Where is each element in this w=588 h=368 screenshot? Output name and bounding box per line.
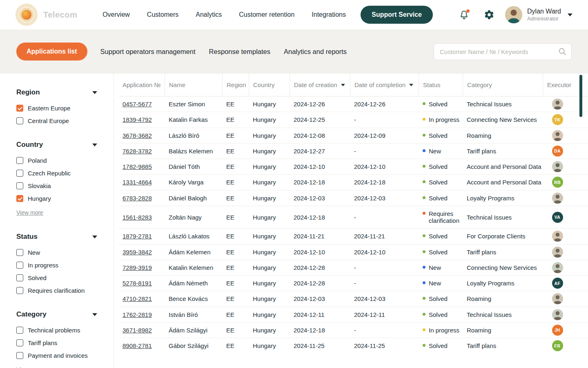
filter-option-label: Technical problems xyxy=(28,327,80,334)
filter-group-region: Region Eastern Europe Central Europe xyxy=(16,88,97,124)
application-link[interactable]: 3959-3842 xyxy=(122,249,152,256)
customer-name-cell: László Bíró xyxy=(165,132,222,139)
application-link[interactable]: 1879-2781 xyxy=(122,233,152,240)
creation-date-cell: 2024-12-18 xyxy=(290,214,350,221)
user-name: Dylan Ward xyxy=(527,7,561,16)
brand-logo[interactable]: Telecom xyxy=(16,4,77,26)
table-row: 4710-2821 Bence Kovács EE Hungary 2024-1… xyxy=(118,291,588,307)
sort-arrow-icon[interactable] xyxy=(409,84,413,86)
application-link[interactable]: 3671-8982 xyxy=(122,327,152,334)
secondary-navigation: Applications list Support operators mana… xyxy=(0,29,588,74)
executor-avatar xyxy=(552,293,563,304)
application-link[interactable]: 4710-2821 xyxy=(122,295,152,302)
tab-analytics-and-reports[interactable]: Analytics and reports xyxy=(284,48,347,56)
nav-item-overview[interactable]: Overview xyxy=(102,11,130,18)
user-meta: Dylan Ward Administrator xyxy=(527,7,561,22)
table-row: 1879-2781 László Lakatos EE Hungary 2024… xyxy=(118,229,588,244)
nav-item-customers[interactable]: Customers xyxy=(147,11,178,18)
search-input[interactable] xyxy=(434,43,572,60)
status-dot-icon xyxy=(423,313,425,316)
filter-option-poland[interactable]: Poland xyxy=(16,157,97,164)
filter-option-in-progress[interactable]: In progress xyxy=(16,262,97,269)
executor-cell: TK xyxy=(543,114,572,125)
status-cell: Solved xyxy=(419,191,463,206)
applications-table: Application №NameRegionCountryDate of cr… xyxy=(114,74,588,353)
application-link[interactable]: 1782-9885 xyxy=(122,163,152,170)
column-header-date-of-creation[interactable]: Date of creation xyxy=(290,74,350,96)
country-cell: Hungary xyxy=(249,249,290,256)
executor-avatar xyxy=(552,309,563,320)
status-dot-icon xyxy=(423,250,425,253)
filter-option-requires-clarification[interactable]: Requires clarification xyxy=(16,287,97,294)
filter-option-eastern-europe[interactable]: Eastern Europe xyxy=(16,105,97,112)
application-number-cell: 1762-2819 xyxy=(118,311,165,318)
application-link[interactable]: 1331-4664 xyxy=(122,179,152,186)
status-dot-icon xyxy=(423,328,425,331)
executor-cell xyxy=(543,262,572,273)
status-label: New xyxy=(429,280,441,287)
executor-cell xyxy=(543,193,572,204)
sort-arrow-icon[interactable] xyxy=(341,84,345,86)
application-number-cell: 3959-3842 xyxy=(118,249,165,256)
application-link[interactable]: 1762-2819 xyxy=(122,311,152,318)
filter-option-slovakia[interactable]: Slovakia xyxy=(16,182,97,189)
country-cell: Hungary xyxy=(249,116,290,123)
filter-option-new[interactable]: New xyxy=(16,249,97,256)
scrollbar-thumb[interactable] xyxy=(579,75,582,117)
filter-option-central-europe[interactable]: Central Europe xyxy=(16,117,97,124)
customer-name-cell: Katalin Kelemen xyxy=(165,264,222,271)
filter-option-tariff-plans[interactable]: Tariff plans xyxy=(16,339,97,346)
application-number-cell: 1839-4792 xyxy=(118,116,165,123)
filter-group-header[interactable]: Region xyxy=(16,88,97,96)
tab-applications-list[interactable]: Applications list xyxy=(16,43,87,61)
application-number-cell: 7628-3782 xyxy=(118,148,165,155)
application-link[interactable]: 1839-4792 xyxy=(122,116,152,123)
filter-option-solved[interactable]: Solved xyxy=(16,274,97,281)
view-more-link[interactable]: View more xyxy=(16,209,43,216)
column-header-executor: Executor xyxy=(543,74,572,96)
executor-avatar xyxy=(552,193,563,204)
settings-gear-icon[interactable] xyxy=(484,9,494,20)
filter-option-hungary[interactable]: Hungary xyxy=(16,195,97,202)
tab-support-operators-management[interactable]: Support operators management xyxy=(100,48,196,56)
application-link[interactable]: 5278-8191 xyxy=(122,280,152,287)
nav-item-customer-retention[interactable]: Customer retention xyxy=(239,11,294,18)
application-link[interactable]: 3678-3682 xyxy=(122,132,152,139)
filter-group-header[interactable]: Country xyxy=(16,141,97,149)
executor-cell xyxy=(543,130,572,141)
table-row: 1839-4792 Katalin Farkas EE Hungary 2024… xyxy=(118,112,588,128)
column-header-date-of-completion[interactable]: Date of completion xyxy=(350,74,419,96)
filter-options: Eastern Europe Central Europe xyxy=(16,105,97,124)
tab-response-templates[interactable]: Response templates xyxy=(209,48,270,56)
search-icon[interactable] xyxy=(558,47,567,58)
view-more-link[interactable]: View more xyxy=(16,366,43,368)
application-link[interactable]: 7628-3782 xyxy=(122,148,152,155)
filter-option-payment-and-invoices[interactable]: Payment and invoices xyxy=(16,352,97,359)
application-number-cell: 1782-9885 xyxy=(118,163,165,170)
region-cell: EE xyxy=(222,179,249,186)
status-dot-icon xyxy=(423,297,425,300)
executor-cell xyxy=(543,161,572,172)
nav-item-analytics[interactable]: Analytics xyxy=(196,11,222,18)
table-body: 0457-5677 Eszter Simon EE Hungary 2024-1… xyxy=(118,96,588,353)
notifications-bell-icon[interactable] xyxy=(459,10,469,20)
filter-option-czech-republic[interactable]: Czech Republic xyxy=(16,170,97,177)
application-link[interactable]: 6783-2828 xyxy=(122,195,152,202)
category-cell: Account and Personal Data xyxy=(463,179,543,186)
table-row: 1762-2819 István Bíró EE Hungary 2024-12… xyxy=(118,307,588,323)
support-service-button[interactable]: Support Service xyxy=(361,6,433,24)
application-link[interactable]: 1561-8283 xyxy=(122,214,152,221)
filter-group-header[interactable]: Category xyxy=(16,310,97,319)
completion-date-cell: 2024-12-26 xyxy=(350,101,419,108)
user-menu[interactable]: Dylan Ward Administrator xyxy=(505,6,572,23)
status-cell: New xyxy=(419,276,463,291)
executor-cell xyxy=(543,309,572,320)
filter-option-technical-problems[interactable]: Technical problems xyxy=(16,327,97,334)
filter-group-header[interactable]: Status xyxy=(16,233,97,241)
application-link[interactable]: 7289-3919 xyxy=(122,264,152,271)
application-link[interactable]: 8908-2781 xyxy=(122,342,152,349)
application-number-cell: 3671-8982 xyxy=(118,327,165,334)
table-row: 0457-5677 Eszter Simon EE Hungary 2024-1… xyxy=(118,96,588,112)
application-link[interactable]: 0457-5677 xyxy=(122,101,152,108)
nav-item-integrations[interactable]: Integrations xyxy=(312,11,346,18)
